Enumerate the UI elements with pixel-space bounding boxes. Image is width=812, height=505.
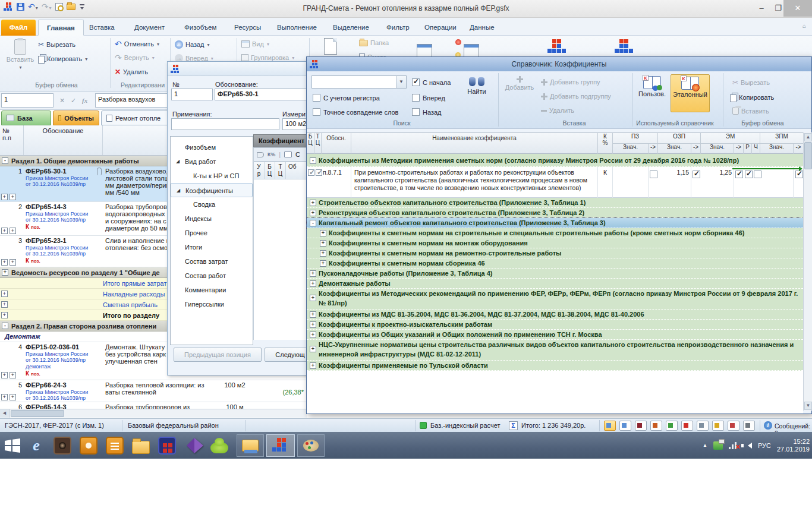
col-ozp-val-header[interactable]: Знач. bbox=[658, 144, 691, 154]
col-pz-arrow-header[interactable]: -> bbox=[649, 144, 658, 154]
nav-item-vid-rabot[interactable]: ◢Вид работ bbox=[171, 154, 253, 169]
nav-item-svodka[interactable]: Сводка bbox=[171, 197, 253, 212]
expand-icon[interactable]: + bbox=[1, 259, 8, 266]
scrollbar-thumb[interactable] bbox=[804, 142, 812, 169]
col-zpm-header[interactable]: ЗПМ bbox=[760, 133, 803, 144]
remove-button[interactable]: Удалить bbox=[541, 107, 574, 114]
tab-base[interactable]: База bbox=[1, 111, 51, 125]
dialog-cut-button[interactable]: ✂ Вырезать bbox=[732, 78, 770, 87]
row-number-input[interactable]: 1 bbox=[1, 93, 53, 108]
minimize-button[interactable]: – bbox=[754, 0, 769, 17]
statusbar-icon-3[interactable] bbox=[635, 421, 647, 431]
table-row[interactable]: 6 ФЕРр65-14-3 Разборка трубопроводов из … bbox=[0, 402, 306, 409]
collapse-icon[interactable]: - bbox=[310, 220, 316, 226]
tree-row[interactable]: +Реконструкция объектов капитального стр… bbox=[307, 208, 803, 218]
nav-item-sostav-rabot[interactable]: Состав работ bbox=[171, 269, 253, 283]
col-pz-val-header[interactable]: Знач. bbox=[613, 144, 649, 154]
col-name-header[interactable]: Наименование коэффициента bbox=[351, 133, 598, 154]
notes-input[interactable] bbox=[171, 118, 279, 130]
expand-icon[interactable]: + bbox=[10, 394, 16, 400]
coef-group-row[interactable]: - Коэффициенты из Методики применения см… bbox=[307, 154, 803, 167]
col-num-header[interactable]: № п.п bbox=[0, 125, 24, 155]
expand-icon[interactable]: + bbox=[1, 291, 8, 297]
cascade-windows-icon[interactable] bbox=[417, 44, 432, 57]
clock[interactable]: 15:22 27.01.2019 bbox=[777, 438, 810, 453]
volume-icon[interactable] bbox=[748, 443, 752, 449]
statusbar-icon-7[interactable] bbox=[697, 421, 709, 431]
tab-filtr[interactable]: Фильтр bbox=[378, 20, 418, 36]
tab-resursy[interactable]: Ресурсы bbox=[226, 20, 269, 36]
tree-row[interactable]: +Коэффициенты из Методических рекомендац… bbox=[307, 289, 803, 310]
folder-button[interactable]: Папка bbox=[359, 39, 389, 46]
expand-icon[interactable]: + bbox=[1, 372, 8, 378]
sigma-icon[interactable]: Σ bbox=[509, 421, 518, 430]
ribbon-collapse-icon[interactable]: ⌂ bbox=[802, 23, 806, 29]
expand-icon[interactable]: + bbox=[10, 372, 16, 378]
statusbar-icon-6[interactable] bbox=[681, 421, 693, 431]
table-row[interactable]: 5 ++ ФЕРр66-24-3 Приказ Минстроя России … bbox=[0, 380, 306, 402]
undo-ribbon-button[interactable]: ↶ Отменить▾ bbox=[115, 40, 159, 48]
pz-apply-checkbox[interactable] bbox=[650, 171, 657, 178]
expand-icon[interactable]: + bbox=[310, 311, 316, 318]
statusbar-icon-1[interactable] bbox=[604, 421, 616, 431]
expand-icon[interactable]: + bbox=[320, 250, 326, 257]
new-document-icon[interactable] bbox=[324, 38, 337, 55]
pin-icon[interactable] bbox=[455, 39, 461, 45]
back-button[interactable]: ← Назад▾ bbox=[175, 40, 210, 49]
match-case-checkbox[interactable]: С учетом регистра bbox=[313, 94, 380, 102]
search-forward-checkbox[interactable]: Вперед bbox=[412, 94, 445, 102]
expand-icon[interactable]: + bbox=[2, 269, 8, 276]
col-em-arrow-header[interactable]: -> bbox=[734, 144, 744, 154]
tree-row[interactable]: +НЦС-Укрупненные нормативы цены строител… bbox=[307, 340, 803, 361]
expand-icon[interactable]: + bbox=[1, 394, 8, 400]
taskbar-mediaget[interactable] bbox=[209, 435, 229, 456]
combo-dropdown-icon[interactable]: ▼ bbox=[396, 76, 406, 88]
grand-blocks-icon[interactable] bbox=[547, 39, 565, 56]
tree-row[interactable]: +Коэффициенты к сметным нормам на строит… bbox=[307, 228, 803, 238]
tab-dokument[interactable]: Документ bbox=[126, 20, 173, 36]
redo-ribbon-button[interactable]: ↷ Вернуть▾ bbox=[115, 54, 155, 61]
nav-item-indeksy[interactable]: Индексы bbox=[171, 212, 253, 226]
collapse-icon[interactable]: - bbox=[310, 157, 316, 164]
network-icon[interactable]: ✕ bbox=[729, 442, 738, 449]
search-input[interactable]: ▼ bbox=[311, 75, 407, 89]
col-k-header[interactable]: К% bbox=[598, 133, 613, 154]
tree-row[interactable]: +Коэффициенты к сметным нормам сборника … bbox=[307, 258, 803, 269]
expand-icon[interactable]: + bbox=[1, 301, 8, 308]
collapse-icon[interactable]: - bbox=[2, 323, 8, 329]
expand-icon[interactable]: + bbox=[1, 228, 8, 234]
start-button[interactable] bbox=[2, 435, 23, 456]
expand-icon[interactable]: + bbox=[310, 346, 316, 352]
nav-item-kommentarii[interactable]: Комментарии bbox=[171, 283, 253, 297]
previous-position-button[interactable]: Предыдущая позиция bbox=[174, 348, 262, 362]
expand-icon[interactable]: + bbox=[10, 228, 16, 234]
copy-button[interactable]: Копировать▾ bbox=[38, 54, 87, 64]
expand-icon[interactable]: + bbox=[310, 280, 316, 287]
etalon-reference-button[interactable]: К Эталонный bbox=[671, 74, 710, 112]
nav-item-giperssylki[interactable]: Гиперссылки bbox=[171, 297, 253, 311]
taskbar-folder-app[interactable] bbox=[131, 435, 151, 456]
usb-eject-icon[interactable] bbox=[713, 441, 723, 450]
tree-row[interactable]: +Коэффициенты из Общих указаний и Общих … bbox=[307, 330, 803, 340]
em-apply-checkbox[interactable] bbox=[735, 171, 743, 178]
tree-row-selected[interactable]: -Капитальный ремонт объектов капитальног… bbox=[307, 218, 803, 228]
col-em-val-header[interactable]: Знач. bbox=[701, 144, 734, 154]
tab-objects[interactable]: Объекты bbox=[53, 111, 99, 125]
dialog-paste-button[interactable]: Вставить bbox=[732, 107, 769, 115]
expand-icon[interactable]: + bbox=[310, 362, 316, 369]
expand-icon[interactable]: + bbox=[10, 259, 16, 266]
grand-blocks-icon-2[interactable] bbox=[615, 39, 632, 56]
col-zpm-arrow-header[interactable]: -> bbox=[794, 144, 803, 154]
tab-vstavka[interactable]: Вставка bbox=[81, 20, 123, 36]
tree-row[interactable]: +Коэффициенты из МДС 81-35.2004, МДС 81-… bbox=[307, 310, 803, 320]
col-pz-header[interactable]: ПЗ bbox=[613, 133, 658, 144]
expand-icon[interactable]: + bbox=[310, 321, 316, 328]
collapse-icon[interactable]: - bbox=[2, 157, 8, 164]
taskbar-cardreader-app[interactable] bbox=[157, 435, 177, 456]
statusbar-icon-8[interactable] bbox=[712, 421, 724, 431]
nav-item-kty-nr-sp[interactable]: К-ты к НР и СП bbox=[171, 169, 253, 183]
taskbar-photo-app[interactable] bbox=[78, 435, 99, 456]
col-bc-header[interactable]: БЦ bbox=[307, 133, 314, 154]
col-bc[interactable]: БЦ bbox=[265, 162, 275, 179]
accept-edit-icon[interactable]: ✓ bbox=[71, 97, 76, 105]
